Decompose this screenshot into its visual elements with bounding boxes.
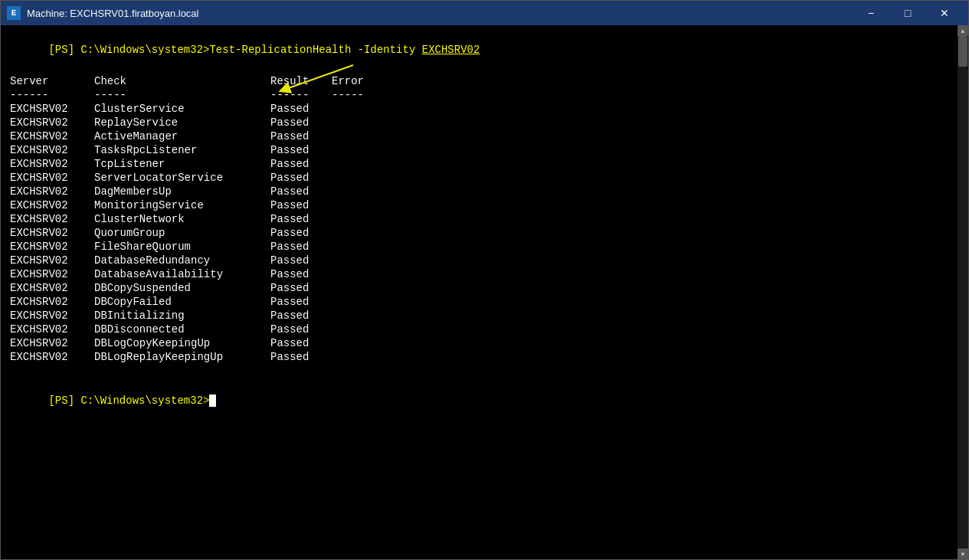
- table-dashes: ------ ----- ------ -----: [10, 88, 393, 102]
- minimize-button[interactable]: −: [853, 1, 889, 25]
- prompt2-text: [PS] C:\Windows\system32>: [48, 395, 209, 407]
- cell-error: [332, 157, 393, 171]
- table-row: EXCHSRV02DagMembersUpPassed: [10, 185, 393, 198]
- dash-error: -----: [332, 88, 393, 102]
- cell-server: EXCHSRV02: [10, 116, 94, 129]
- cell-server: EXCHSRV02: [10, 226, 94, 240]
- cell-error: [332, 350, 393, 364]
- table-row: EXCHSRV02TasksRpcListenerPassed: [10, 143, 393, 157]
- table-row: EXCHSRV02FileShareQuorumPassed: [10, 240, 393, 254]
- cell-check: DagMembersUp: [94, 185, 270, 198]
- cell-check: DBCopySuspended: [94, 281, 270, 295]
- cell-check: TcpListener: [94, 157, 270, 171]
- command-text: Test-ReplicationHealth: [209, 44, 351, 56]
- cell-server: EXCHSRV02: [10, 129, 94, 143]
- cell-check: TasksRpcListener: [94, 143, 270, 157]
- cell-check: FileShareQuorum: [94, 240, 270, 254]
- cell-check: DatabaseAvailability: [94, 267, 270, 281]
- output-table: Server Check Result Error ------ ----- -…: [10, 74, 393, 364]
- table-row: EXCHSRV02DatabaseRedundancyPassed: [10, 254, 393, 267]
- cursor: [209, 395, 216, 407]
- command-line: [PS] C:\Windows\system32>Test-Replicatio…: [10, 31, 959, 68]
- cell-error: [332, 323, 393, 336]
- cell-result: Passed: [270, 212, 332, 226]
- window: E Machine: EXCHSRV01.firatboyan.local − …: [0, 0, 969, 560]
- cell-error: [332, 212, 393, 226]
- cell-server: EXCHSRV02: [10, 212, 94, 226]
- cell-server: EXCHSRV02: [10, 323, 94, 336]
- cell-server: EXCHSRV02: [10, 336, 94, 350]
- cell-error: [332, 185, 393, 198]
- scroll-up-button[interactable]: ▲: [958, 25, 968, 36]
- scrollbar-thumb[interactable]: [958, 36, 967, 67]
- cell-check: ServerLocatorService: [94, 171, 270, 185]
- cell-error: [332, 254, 393, 267]
- cell-error: [332, 281, 393, 295]
- table-row: EXCHSRV02ClusterNetworkPassed: [10, 212, 393, 226]
- cell-error: [332, 336, 393, 350]
- cell-check: DBCopyFailed: [94, 295, 270, 309]
- cell-result: Passed: [270, 254, 332, 267]
- table-row: EXCHSRV02TcpListenerPassed: [10, 157, 393, 171]
- cell-result: Passed: [270, 102, 332, 116]
- table-row: EXCHSRV02QuorumGroupPassed: [10, 226, 393, 240]
- cell-error: [332, 143, 393, 157]
- prompt-line2: [PS] C:\Windows\system32>: [10, 382, 959, 419]
- table-row: EXCHSRV02MonitoringServicePassed: [10, 198, 393, 212]
- cell-result: Passed: [270, 336, 332, 350]
- cell-server: EXCHSRV02: [10, 281, 94, 295]
- cell-server: EXCHSRV02: [10, 185, 94, 198]
- scroll-down-button[interactable]: ▼: [958, 549, 968, 559]
- cell-server: EXCHSRV02: [10, 254, 94, 267]
- cell-check: DBInitializing: [94, 309, 270, 323]
- table-row: EXCHSRV02DBCopySuspendedPassed: [10, 281, 393, 295]
- cell-error: [332, 240, 393, 254]
- param-text: -Identity: [351, 44, 421, 56]
- maximize-button[interactable]: □: [890, 1, 925, 25]
- cell-check: ReplayService: [94, 116, 270, 129]
- table-row: EXCHSRV02DBDisconnectedPassed: [10, 323, 393, 336]
- table-row: EXCHSRV02DBLogCopyKeepingUpPassed: [10, 336, 393, 350]
- cell-check: ActiveManager: [94, 129, 270, 143]
- ps-prompt: [PS] C:\Windows\system32>: [48, 44, 209, 56]
- app-icon: E: [7, 6, 21, 20]
- cell-server: EXCHSRV02: [10, 309, 94, 323]
- col-header-result: Result: [270, 74, 332, 88]
- col-header-check: Check: [94, 74, 270, 88]
- scrollbar-track[interactable]: [958, 36, 968, 549]
- cell-error: [332, 198, 393, 212]
- close-button[interactable]: ✕: [927, 1, 962, 25]
- col-header-server: Server: [10, 74, 94, 88]
- table-row: EXCHSRV02ReplayServicePassed: [10, 116, 393, 129]
- scrollbar[interactable]: ▲ ▼: [958, 25, 968, 559]
- table-row: EXCHSRV02ClusterServicePassed: [10, 102, 393, 116]
- titlebar: E Machine: EXCHSRV01.firatboyan.local − …: [1, 1, 968, 25]
- table-rows: EXCHSRV02ClusterServicePassedEXCHSRV02Re…: [10, 102, 393, 364]
- terminal-body: [PS] C:\Windows\system32>Test-Replicatio…: [1, 25, 968, 559]
- cell-result: Passed: [270, 116, 332, 129]
- cell-error: [332, 129, 393, 143]
- table-row: EXCHSRV02DatabaseAvailabilityPassed: [10, 267, 393, 281]
- cell-server: EXCHSRV02: [10, 157, 94, 171]
- cell-server: EXCHSRV02: [10, 240, 94, 254]
- cell-result: Passed: [270, 350, 332, 364]
- cell-result: Passed: [270, 171, 332, 185]
- cell-error: [332, 267, 393, 281]
- cell-result: Passed: [270, 198, 332, 212]
- cell-error: [332, 295, 393, 309]
- cell-error: [332, 171, 393, 185]
- cell-check: QuorumGroup: [94, 226, 270, 240]
- cell-result: Passed: [270, 281, 332, 295]
- dash-server: ------: [10, 88, 94, 102]
- window-controls: − □ ✕: [853, 1, 962, 25]
- cell-result: Passed: [270, 309, 332, 323]
- dash-result: ------: [270, 88, 332, 102]
- cell-server: EXCHSRV02: [10, 102, 94, 116]
- table-header: Server Check Result Error: [10, 74, 393, 88]
- window-title: Machine: EXCHSRV01.firatboyan.local: [27, 8, 853, 19]
- cell-check: MonitoringService: [94, 198, 270, 212]
- col-header-error: Error: [332, 74, 393, 88]
- dash-check: -----: [94, 88, 270, 102]
- cell-check: DBDisconnected: [94, 323, 270, 336]
- table-row: EXCHSRV02ActiveManagerPassed: [10, 129, 393, 143]
